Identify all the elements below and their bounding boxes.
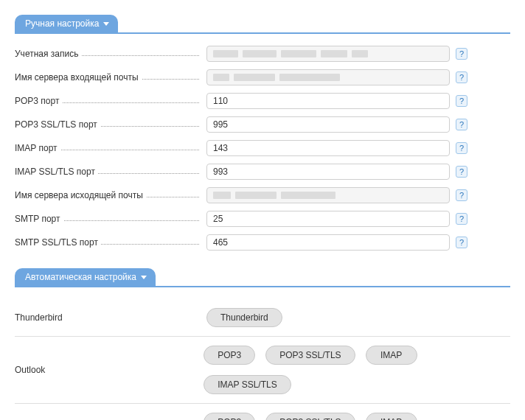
- setting-label-cell: Учетная запись: [15, 49, 206, 59]
- auto-label: Outlook: [15, 365, 204, 375]
- setting-label-cell: POP3 порт: [15, 96, 206, 106]
- auto-config-button[interactable]: POP3: [204, 346, 255, 365]
- setting-field-cell: [206, 140, 450, 156]
- masked-input[interactable]: [206, 69, 450, 85]
- setting-label: POP3 порт: [15, 96, 62, 106]
- setting-row: IMAP SSL/TLS порт?: [15, 164, 510, 180]
- setting-label-cell: Имя сервера входящей почты: [15, 72, 206, 83]
- setting-row: Имя сервера входящей почты?: [15, 69, 510, 85]
- setting-field-cell: [206, 211, 450, 227]
- auto-config-button[interactable]: POP3: [204, 413, 255, 420]
- setting-field-cell: [206, 69, 450, 85]
- manual-tab-label: Ручная настройка: [25, 18, 99, 29]
- setting-input[interactable]: [206, 93, 450, 109]
- auto-buttons: POP3POP3 SSL/TLSIMAPIMAP SSL/TLS: [204, 413, 510, 420]
- setting-label: SMTP порт: [15, 214, 63, 224]
- setting-field-cell: [206, 234, 450, 251]
- help-icon[interactable]: ?: [456, 142, 467, 154]
- help-icon[interactable]: ?: [456, 48, 467, 60]
- masked-input[interactable]: [206, 46, 450, 62]
- setting-field-cell: [206, 187, 450, 203]
- setting-label-cell: Имя сервера исходящей почты: [15, 190, 206, 200]
- setting-label-cell: SMTP SSL/TLS порт: [15, 237, 206, 248]
- auto-label: Thunderbird: [15, 312, 206, 323]
- auto-config-button[interactable]: POP3 SSL/TLS: [265, 346, 355, 365]
- auto-config-button[interactable]: Thunderbird: [206, 308, 282, 327]
- setting-row: SMTP порт?: [15, 211, 510, 227]
- auto-config-button[interactable]: IMAP: [366, 346, 417, 365]
- auto-buttons: POP3POP3 SSL/TLSIMAPIMAP SSL/TLS: [204, 346, 510, 394]
- setting-row: Учетная запись?: [15, 46, 510, 62]
- setting-field-cell: [206, 46, 450, 62]
- auto-tab[interactable]: Автоматическая настройка: [15, 268, 156, 286]
- setting-label-cell: SMTP порт: [15, 214, 206, 224]
- manual-header: Ручная настройка: [15, 15, 510, 34]
- help-icon[interactable]: ?: [456, 213, 467, 225]
- auto-row: OutlookPOP3POP3 SSL/TLSIMAPIMAP SSL/TLS: [15, 337, 510, 404]
- setting-field-cell: [206, 93, 450, 109]
- setting-label: Имя сервера входящей почты: [15, 72, 142, 83]
- masked-input[interactable]: [206, 187, 450, 203]
- setting-input[interactable]: [206, 116, 450, 133]
- setting-input[interactable]: [206, 140, 450, 156]
- auto-config-button[interactable]: IMAP SSL/TLS: [204, 375, 291, 394]
- setting-field-cell: [206, 164, 450, 180]
- setting-input[interactable]: [206, 234, 450, 251]
- help-icon[interactable]: ?: [456, 237, 467, 248]
- setting-row: Имя сервера исходящей почты?: [15, 187, 510, 203]
- help-icon[interactable]: ?: [456, 95, 467, 107]
- setting-field-cell: [206, 116, 450, 133]
- auto-config-button[interactable]: POP3 SSL/TLS: [265, 413, 355, 420]
- help-icon[interactable]: ?: [456, 119, 467, 130]
- setting-row: IMAP порт?: [15, 140, 510, 156]
- setting-input[interactable]: [206, 211, 450, 227]
- setting-label: Имя сервера исходящей почты: [15, 190, 146, 200]
- auto-buttons: Thunderbird: [206, 308, 282, 327]
- setting-label-cell: IMAP порт: [15, 143, 206, 153]
- auto-row: ThunderbirdThunderbird: [15, 299, 510, 337]
- setting-row: POP3 SSL/TLS порт?: [15, 116, 510, 133]
- setting-label: SMTP SSL/TLS порт: [15, 237, 101, 248]
- help-icon[interactable]: ?: [456, 71, 467, 83]
- auto-row: Outlook ExpressPOP3POP3 SSL/TLSIMAPIMAP …: [15, 404, 510, 420]
- setting-label: Учетная запись: [15, 49, 81, 59]
- setting-label: POP3 SSL/TLS порт: [15, 119, 100, 130]
- auto-config-button[interactable]: IMAP: [366, 413, 417, 420]
- chevron-down-icon: [103, 22, 109, 26]
- setting-label-cell: IMAP SSL/TLS порт: [15, 167, 206, 177]
- setting-label-cell: POP3 SSL/TLS порт: [15, 119, 206, 130]
- setting-label: IMAP порт: [15, 143, 60, 153]
- setting-row: SMTP SSL/TLS порт?: [15, 234, 510, 251]
- setting-label: IMAP SSL/TLS порт: [15, 167, 98, 177]
- help-icon[interactable]: ?: [456, 166, 467, 178]
- help-icon[interactable]: ?: [456, 189, 467, 201]
- auto-tab-label: Автоматическая настройка: [25, 272, 136, 282]
- setting-input[interactable]: [206, 164, 450, 180]
- chevron-down-icon: [141, 276, 147, 279]
- setting-row: POP3 порт?: [15, 93, 510, 109]
- manual-tab[interactable]: Ручная настройка: [15, 15, 118, 32]
- auto-header: Автоматическая настройка: [15, 268, 510, 287]
